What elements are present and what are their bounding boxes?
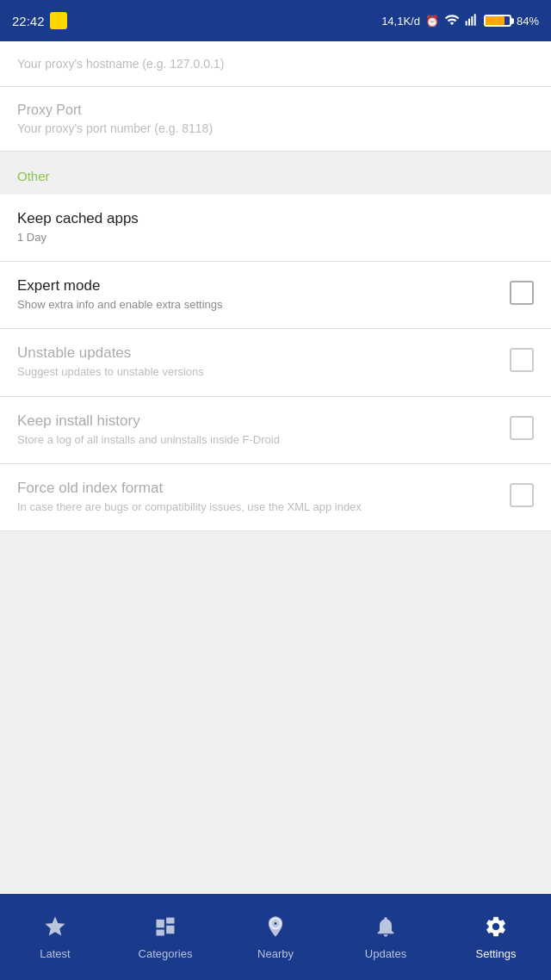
- expert-mode-item[interactable]: Expert mode Show extra info and enable e…: [0, 262, 551, 329]
- nav-label-latest: Latest: [40, 947, 70, 960]
- force-old-index-subtitle: In case there are bugs or compatibility …: [17, 499, 492, 515]
- proxy-port-label: Proxy Port: [17, 102, 534, 118]
- proxy-hostname-placeholder: Your proxy's hostname (e.g. 127.0.0.1): [17, 57, 534, 71]
- nearby-icon: [263, 915, 288, 942]
- nav-label-nearby: Nearby: [257, 947, 294, 960]
- battery-indicator: [484, 15, 511, 27]
- unstable-updates-item: Unstable updates Suggest updates to unst…: [0, 329, 551, 396]
- expert-mode-checkbox[interactable]: [510, 281, 534, 305]
- svg-rect-2: [471, 16, 473, 26]
- proxy-hostname-item: Your proxy's hostname (e.g. 127.0.0.1): [0, 41, 551, 87]
- other-section-header: Other: [0, 152, 551, 195]
- keep-install-history-title: Keep install history: [17, 412, 492, 430]
- keep-cached-apps-subtitle: 1 Day: [17, 230, 517, 245]
- bottom-nav: Latest Categories Nearby Updates: [0, 894, 551, 980]
- force-old-index-item: Force old index format In case there are…: [0, 464, 551, 531]
- svg-rect-0: [466, 21, 467, 25]
- keep-install-history-item: Keep install history Store a log of all …: [0, 397, 551, 464]
- proxy-port-placeholder: Your proxy's port number (e.g. 8118): [17, 121, 534, 135]
- nav-label-settings: Settings: [476, 947, 517, 960]
- keep-cached-apps-text: Keep cached apps 1 Day: [17, 210, 534, 245]
- svg-point-4: [274, 921, 278, 926]
- settings-content: Your proxy's hostname (e.g. 127.0.0.1) P…: [0, 41, 551, 894]
- keep-install-history-checkbox: [510, 416, 534, 440]
- gear-icon: [484, 915, 508, 942]
- expert-mode-subtitle: Show extra info and enable extra setting…: [17, 297, 492, 313]
- nav-label-updates: Updates: [365, 947, 406, 960]
- force-old-index-title: Force old index format: [17, 480, 492, 497]
- signal-icon: [465, 13, 479, 29]
- proxy-port-item[interactable]: Proxy Port Your proxy's port number (e.g…: [0, 87, 551, 152]
- nav-item-latest[interactable]: Latest: [0, 894, 110, 980]
- svg-rect-1: [468, 18, 470, 25]
- app-icon: [50, 12, 67, 29]
- other-heading: Other: [17, 169, 50, 183]
- status-right: 14,1K/d ⏰ 84%: [381, 12, 539, 30]
- unstable-updates-subtitle: Suggest updates to unstable versions: [17, 364, 492, 380]
- status-time: 22:42: [12, 14, 45, 28]
- expert-mode-title: Expert mode: [17, 277, 492, 295]
- svg-rect-3: [474, 14, 476, 25]
- nav-item-settings[interactable]: Settings: [441, 894, 551, 980]
- force-old-index-text: Force old index format In case there are…: [17, 480, 510, 515]
- nav-item-categories[interactable]: Categories: [110, 894, 220, 980]
- unstable-updates-text: Unstable updates Suggest updates to unst…: [17, 344, 510, 380]
- alarm-icon: ⏰: [425, 15, 439, 28]
- unstable-updates-checkbox: [510, 348, 534, 372]
- status-bar: 22:42 14,1K/d ⏰ 84%: [0, 0, 551, 41]
- nav-item-nearby[interactable]: Nearby: [220, 894, 331, 980]
- keep-install-history-text: Keep install history Store a log of all …: [17, 412, 510, 448]
- network-speed: 14,1K/d: [381, 15, 420, 28]
- nav-item-updates[interactable]: Updates: [331, 894, 441, 980]
- keep-cached-apps-title: Keep cached apps: [17, 210, 517, 227]
- bell-icon: [374, 915, 398, 942]
- status-left: 22:42: [12, 12, 67, 29]
- expert-mode-text: Expert mode Show extra info and enable e…: [17, 277, 510, 313]
- battery-percent: 84%: [517, 15, 539, 28]
- nav-label-categories: Categories: [139, 947, 193, 960]
- star-icon: [43, 915, 67, 942]
- keep-install-history-subtitle: Store a log of all installs and uninstal…: [17, 432, 492, 448]
- wifi-icon: [444, 12, 460, 30]
- force-old-index-checkbox: [510, 483, 534, 507]
- keep-cached-apps-item[interactable]: Keep cached apps 1 Day: [0, 195, 551, 262]
- unstable-updates-title: Unstable updates: [17, 344, 492, 362]
- categories-icon: [153, 915, 177, 942]
